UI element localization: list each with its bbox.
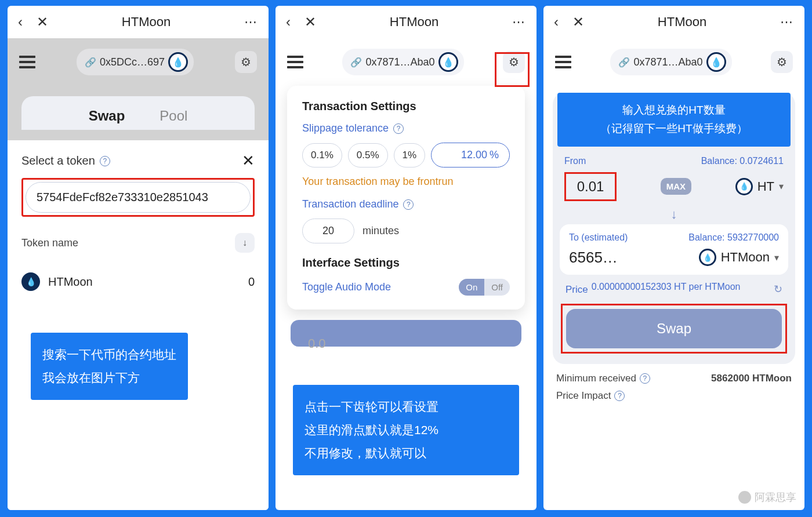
to-amount: 6565… xyxy=(569,249,618,267)
menu-icon[interactable] xyxy=(555,56,571,68)
titlebar: ‹ ✕ HTMoon ⋯ xyxy=(8,6,269,38)
help-icon[interactable]: ? xyxy=(100,156,110,166)
search-highlight xyxy=(21,178,255,217)
from-balance: Balance: 0.0724611 xyxy=(701,156,784,166)
sheet-title: Select a token ? xyxy=(21,154,110,168)
tab-swap[interactable]: Swap xyxy=(89,108,125,124)
annotation-banner: 输入想兑换的HT数量 （记得留下一些HT做手续费） xyxy=(557,93,791,147)
huobi-icon: 💧 xyxy=(438,52,458,72)
wallet-address[interactable]: 🔗 0x7871…Aba0 💧 xyxy=(610,49,731,75)
swap-direction-icon[interactable]: ↓ xyxy=(553,207,795,222)
swap-button-highlight: Swap xyxy=(561,304,787,354)
page-title: HTMoon xyxy=(658,14,706,30)
from-token-symbol: HT xyxy=(757,179,774,194)
token-item-balance: 0 xyxy=(248,275,255,289)
page-title: HTMoon xyxy=(390,14,438,30)
gear-icon: ⚙ xyxy=(777,55,787,69)
annotation-callout: 搜索一下代币的合约地址 我会放在图片下方 xyxy=(31,333,188,400)
link-icon: 🔗 xyxy=(618,57,630,68)
interface-settings-title: Interface Settings xyxy=(302,256,510,270)
annotation-callout: 点击一下齿轮可以看设置 这里的滑点默认就是12% 不用修改，默认就可以 xyxy=(293,385,519,475)
more-icon[interactable]: ⋯ xyxy=(512,14,526,30)
to-label: To (estimated) xyxy=(569,232,628,243)
to-balance: Balance: 5932770000 xyxy=(688,232,779,243)
back-icon[interactable]: ‹ xyxy=(554,14,559,30)
menu-icon[interactable] xyxy=(19,56,35,68)
settings-button[interactable]: ⚙ xyxy=(771,51,793,73)
more-icon[interactable]: ⋯ xyxy=(780,14,794,30)
titlebar: ‹ ✕ HTMoon ⋯ xyxy=(276,6,536,38)
address-text: 0x7871…Aba0 xyxy=(365,56,434,68)
tabs: Swap Pool xyxy=(21,96,255,130)
slippage-label: Slippage tolerance ? xyxy=(302,122,510,134)
peek-amount: 0.0 xyxy=(308,336,326,351)
token-select-sheet: Select a token ? ✕ Token name ↓ 💧 HTMoon… xyxy=(8,140,269,510)
close-icon[interactable]: ✕ xyxy=(304,14,316,30)
token-item-name: HTMoon xyxy=(48,275,93,289)
token-search-input[interactable] xyxy=(26,182,251,213)
frontrun-warning: Your transaction may be frontrun xyxy=(302,176,510,188)
price-label: Price xyxy=(566,281,588,296)
panel-swap: ‹ ✕ HTMoon ⋯ 🔗 0x7871…Aba0 💧 ⚙ 输入想兑换的HT数… xyxy=(543,6,804,510)
help-icon[interactable]: ? xyxy=(393,123,404,134)
to-block: To (estimated) Balance: 5932770000 6565…… xyxy=(560,224,788,275)
panel-select-token: ‹ ✕ HTMoon ⋯ 🔗 0x5DCc…697 💧 ⚙ Swap Pool … xyxy=(8,6,269,510)
from-block: From Balance: 0.0724611 0.01 MAX 💧 HT ▾ xyxy=(553,147,795,205)
address-text: 0x5DCc…697 xyxy=(100,56,165,68)
link-icon: 🔗 xyxy=(85,57,96,68)
huobi-icon: 💧 xyxy=(706,52,726,72)
settings-button[interactable]: ⚙ xyxy=(235,51,257,73)
tab-pool[interactable]: Pool xyxy=(160,108,187,124)
token-list-item[interactable]: 💧 HTMoon 0 xyxy=(21,272,255,291)
back-icon[interactable]: ‹ xyxy=(18,14,23,30)
chevron-down-icon: ▾ xyxy=(779,181,784,192)
menu-icon[interactable] xyxy=(287,56,303,68)
toolbar: 🔗 0x7871…Aba0 💧 ⚙ xyxy=(543,38,804,86)
gear-icon: ⚙ xyxy=(241,55,251,69)
max-button[interactable]: MAX xyxy=(661,178,691,195)
swap-button[interactable]: Swap xyxy=(566,309,782,348)
toggle-audio-label: Toggle Audio Mode xyxy=(302,281,391,293)
toolbar: 🔗 0x5DCc…697 💧 ⚙ xyxy=(8,38,269,86)
weibo-icon xyxy=(738,491,751,504)
close-icon[interactable]: ✕ xyxy=(572,14,584,30)
deadline-input[interactable]: 20 xyxy=(302,219,354,243)
deadline-label: Transaction deadline ? xyxy=(302,198,510,210)
price-value: 0.00000000152303 HT per HTMoon xyxy=(592,281,770,293)
panel-settings: ‹ ✕ HTMoon ⋯ 🔗 0x7871…Aba0 💧 ⚙ Transacti… xyxy=(276,6,536,510)
to-token-selector[interactable]: 💧 HTMoon ▾ xyxy=(699,249,779,266)
slippage-custom-input[interactable]: 12.00% xyxy=(431,143,510,168)
help-icon[interactable]: ? xyxy=(403,199,414,210)
close-icon[interactable]: ✕ xyxy=(37,14,48,30)
slippage-option[interactable]: 1% xyxy=(394,143,426,168)
min-received-value: 5862000 HTMoon xyxy=(711,373,792,384)
deadline-unit: minutes xyxy=(362,225,399,237)
token-name-header: Token name xyxy=(21,237,78,249)
help-icon[interactable]: ? xyxy=(640,373,650,384)
sort-button[interactable]: ↓ xyxy=(235,233,255,253)
slippage-option[interactable]: 0.1% xyxy=(302,143,342,168)
huobi-icon: 💧 xyxy=(168,52,188,72)
settings-popover: Transaction Settings Slippage tolerance … xyxy=(287,86,525,310)
slippage-options: 0.1% 0.5% 1% 12.00% xyxy=(302,143,510,168)
toggle-on: On xyxy=(459,279,484,296)
min-received-label: Minimum received xyxy=(556,373,636,384)
wallet-address[interactable]: 🔗 0x5DCc…697 💧 xyxy=(77,49,194,75)
close-sheet-icon[interactable]: ✕ xyxy=(242,152,255,170)
address-text: 0x7871…Aba0 xyxy=(633,56,702,68)
link-icon: 🔗 xyxy=(350,57,362,68)
back-icon[interactable]: ‹ xyxy=(286,14,291,30)
wallet-address[interactable]: 🔗 0x7871…Aba0 💧 xyxy=(342,49,463,75)
help-icon[interactable]: ? xyxy=(614,391,625,401)
page-title: HTMoon xyxy=(122,14,171,30)
refresh-icon[interactable]: ↻ xyxy=(774,281,782,296)
htmoon-icon: 💧 xyxy=(21,272,40,291)
from-token-selector[interactable]: 💧 HT ▾ xyxy=(735,178,784,195)
htmoon-icon: 💧 xyxy=(699,249,716,266)
audio-toggle[interactable]: On Off xyxy=(459,279,510,296)
slippage-option[interactable]: 0.5% xyxy=(348,143,388,168)
to-token-symbol: HTMoon xyxy=(721,250,770,265)
titlebar: ‹ ✕ HTMoon ⋯ xyxy=(543,6,804,38)
from-amount-input[interactable]: 0.01 xyxy=(564,172,617,201)
more-icon[interactable]: ⋯ xyxy=(244,14,258,30)
